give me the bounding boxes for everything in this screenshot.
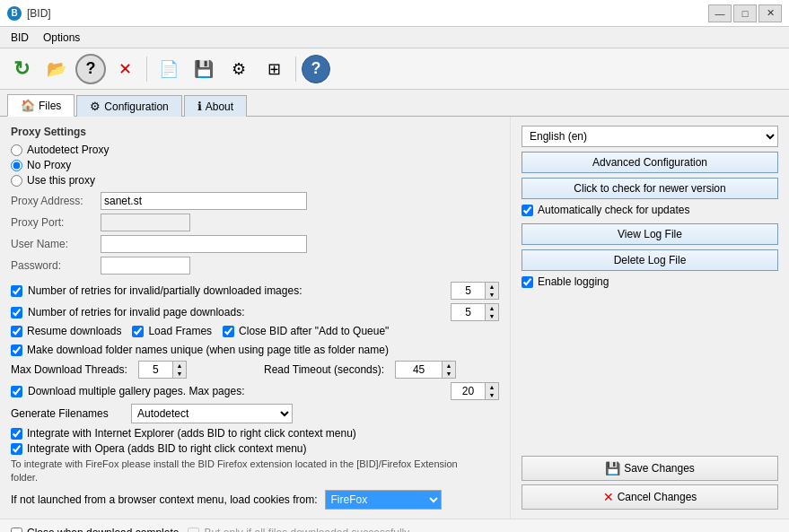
new-button[interactable]: 📄: [153, 54, 185, 84]
enable-logging-label: Enable logging: [538, 275, 609, 288]
resume-checkbox[interactable]: [11, 326, 22, 337]
max-threads-up[interactable]: ▲: [173, 362, 186, 370]
files-tab-icon: 🏠: [21, 99, 35, 112]
tab-configuration[interactable]: ⚙ Configuration: [76, 95, 181, 117]
tab-files[interactable]: 🏠 Files: [7, 94, 75, 117]
max-pages-down[interactable]: ▼: [486, 391, 498, 399]
username-row: User Name:: [11, 235, 499, 253]
main-content: Proxy Settings Autodetect Proxy No Proxy…: [0, 117, 789, 519]
retry-images-spinner-input[interactable]: [451, 282, 485, 300]
proxy-section-title: Proxy Settings: [11, 126, 499, 138]
menu-bid[interactable]: BID: [4, 30, 36, 46]
max-threads-input[interactable]: [138, 361, 172, 379]
save-toolbar-button[interactable]: 💾: [188, 54, 220, 84]
advanced-config-button[interactable]: Advanced Configuration: [522, 152, 778, 173]
retry-images-down[interactable]: ▼: [486, 291, 498, 299]
cookies-select[interactable]: FireFox Internet Explorer Opera None: [325, 490, 442, 510]
proxy-autodetect-label: Autodetect Proxy: [27, 144, 109, 156]
refresh-button[interactable]: ↻: [5, 54, 38, 84]
proxy-port-input[interactable]: [101, 214, 190, 231]
save-icon: 💾: [605, 461, 620, 475]
tab-about[interactable]: ℹ About: [184, 95, 247, 117]
unique-folders-label: Make download folder names unique (when …: [27, 344, 389, 356]
max-pages-row: Download multiple gallery pages. Max pag…: [11, 382, 499, 400]
max-pages-input[interactable]: [451, 382, 485, 400]
retry-pages-down[interactable]: ▼: [486, 312, 498, 320]
proxy-address-label: Proxy Address:: [11, 195, 101, 207]
loadframes-checkbox[interactable]: [132, 326, 144, 337]
opera-integration-checkbox[interactable]: [11, 443, 22, 455]
proxy-port-row: Proxy Port:: [11, 214, 499, 231]
proxy-usethis-label: Use this proxy: [27, 174, 95, 187]
generate-filenames-select[interactable]: Autodetect Original Sequential: [131, 404, 293, 423]
retry-pages-checkbox[interactable]: [11, 307, 22, 318]
retry-pages-up[interactable]: ▲: [486, 304, 498, 312]
max-threads-down[interactable]: ▼: [173, 370, 186, 378]
password-row: Password:: [11, 257, 499, 275]
cancel-icon: ✕: [603, 490, 614, 504]
proxy-autodetect-radio[interactable]: [11, 144, 22, 156]
username-label: User Name:: [11, 238, 101, 250]
grid-button[interactable]: ⊞: [258, 54, 290, 84]
action-buttons-group: 💾 Save Changes ✕ Cancel Changes: [522, 456, 778, 510]
ie-integration-checkbox[interactable]: [11, 428, 22, 440]
language-select[interactable]: English (en) German (de) French (fr) Spa…: [522, 126, 778, 147]
ie-integration-row: Integrate with Internet Explorer (adds B…: [11, 427, 499, 440]
proxy-noproxy-label: No Proxy: [27, 159, 71, 171]
retry-images-checkbox[interactable]: [11, 285, 22, 297]
password-label: Password:: [11, 259, 101, 272]
password-input[interactable]: [101, 257, 190, 275]
view-log-button[interactable]: View Log File: [522, 223, 778, 245]
config-tab-label: Configuration: [104, 100, 168, 113]
read-timeout-down[interactable]: ▼: [443, 370, 455, 378]
title-bar: B [BID] — □ ✕: [0, 0, 789, 27]
max-pages-up[interactable]: ▲: [486, 383, 498, 391]
read-timeout-input[interactable]: [395, 361, 442, 379]
unique-folders-checkbox[interactable]: [11, 344, 22, 356]
settings-button[interactable]: ⚙: [223, 54, 255, 84]
closebid-checkbox[interactable]: [223, 326, 234, 337]
close-when-done-checkbox[interactable]: [11, 528, 22, 532]
proxy-noproxy-radio[interactable]: [11, 160, 22, 171]
retry-images-label: Number of retries for invalid/partially …: [28, 284, 445, 297]
read-timeout-up[interactable]: ▲: [443, 362, 455, 370]
read-timeout-row: Read Timeout (seconds): ▲ ▼: [264, 361, 499, 379]
delete-log-button[interactable]: Delete Log File: [522, 249, 778, 271]
proxy-usethis-radio[interactable]: [11, 175, 22, 187]
left-panel: Proxy Settings Autodetect Proxy No Proxy…: [0, 117, 511, 519]
ie-integration-label: Integrate with Internet Explorer (adds B…: [27, 427, 356, 440]
save-changes-button[interactable]: 💾 Save Changes: [522, 456, 778, 481]
open-button[interactable]: 📂: [40, 54, 73, 84]
auto-check-updates-label: Automatically check for updates: [538, 204, 689, 216]
max-pages-checkbox[interactable]: [11, 386, 22, 397]
resume-label: Resume downloads: [27, 325, 121, 337]
close-button[interactable]: ✕: [758, 4, 782, 22]
enable-logging-row: Enable logging: [522, 275, 778, 288]
max-pages-label: Download multiple gallery pages. Max pag…: [28, 385, 445, 397]
enable-logging-checkbox[interactable]: [522, 276, 533, 288]
menu-options[interactable]: Options: [36, 30, 87, 46]
auto-check-updates-checkbox[interactable]: [522, 205, 533, 216]
minimize-button[interactable]: —: [708, 4, 732, 22]
proxy-address-input[interactable]: [101, 192, 307, 210]
opera-integration-row: Integrate with Opera (adds BID to right …: [11, 442, 499, 455]
cookies-row: If not launched from a browser context m…: [11, 490, 499, 510]
loadframes-label: Load Frames: [148, 325, 212, 337]
but-only-if-checkbox[interactable]: [188, 528, 199, 532]
auto-check-updates-row: Automatically check for updates: [522, 204, 778, 216]
help-button[interactable]: ?: [75, 54, 106, 84]
tab-bar: 🏠 Files ⚙ Configuration ℹ About: [0, 90, 789, 117]
retry-pages-spinner-input[interactable]: [451, 303, 485, 321]
about-tab-icon: ℹ: [197, 100, 202, 113]
proxy-port-label: Proxy Port:: [11, 216, 101, 229]
maximize-button[interactable]: □: [733, 4, 757, 22]
check-version-button[interactable]: Click to check for newer version: [522, 178, 778, 199]
window-title: [BID]: [27, 7, 51, 20]
stop-button[interactable]: ✕: [109, 54, 141, 84]
cancel-changes-button[interactable]: ✕ Cancel Changes: [522, 484, 778, 510]
username-input[interactable]: [101, 235, 307, 253]
unique-folders-row: Make download folder names unique (when …: [11, 344, 499, 356]
opera-integration-label: Integrate with Opera (adds BID to right …: [27, 442, 306, 455]
info-button[interactable]: ?: [302, 55, 330, 83]
retry-images-up[interactable]: ▲: [486, 283, 498, 291]
